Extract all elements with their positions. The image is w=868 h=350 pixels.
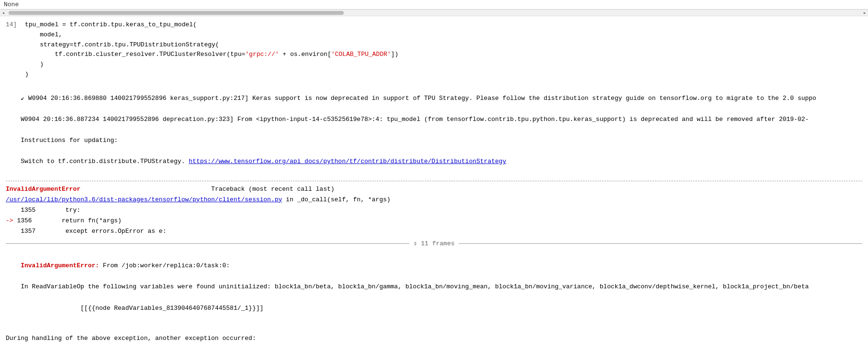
warning-section: ↙ W0904 20:16:36.869880 140021799552896 … [0,82,868,179]
scroll-right-arrow[interactable]: ▸ [863,10,866,16]
code-text-bracket: ]) [391,50,399,60]
code-block: 14] tpu_model = tf.contrib.tpu.keras_to_… [0,18,868,82]
dash-right [459,243,862,244]
warning-icon: ↙ [21,95,24,102]
code-line-14: 14] tpu_model = tf.contrib.tpu.keras_to_… [6,20,862,30]
code-string-grpc: 'grpc://' [245,50,279,60]
code-line-resolver: tf.contrib.cluster_resolver.TPUClusterRe… [6,50,862,60]
horizontal-scrollbar[interactable]: ◂ ▸ [0,10,868,16]
code-line-model: model, [6,30,862,40]
frames-icon: ⇕ [413,240,417,247]
line-num-empty1 [6,30,25,40]
scroll-left-arrow[interactable]: ◂ [2,10,5,16]
line-num-empty5 [6,70,25,80]
code-string-colab: 'COLAB_TPU_ADDR' [331,50,391,60]
code-line-strategy: strategy=tf.contrib.tpu.TPUDistributionS… [6,40,862,50]
error1-title: InvalidArgumentError: [21,262,99,269]
code-text-strategy: strategy=tf.contrib.tpu.TPUDistributionS… [25,40,219,50]
line-num-empty4 [6,60,25,70]
scroll-bar-thumb[interactable] [9,11,344,15]
traceback1-line-1355: 1355 try: [6,205,862,216]
traceback1-line-1357: 1357 except errors.OpError as e: [6,226,862,237]
dash-left [6,243,409,244]
code-text-paren1: ) [25,60,44,70]
code-line-paren1: ) [6,60,862,70]
traceback1-section: InvalidArgumentError Traceback (most rec… [0,183,868,238]
code-text-environ: + os.environ[ [279,50,331,60]
main-content: 14] tpu_model = tf.contrib.tpu.keras_to_… [0,16,868,350]
code-text-14: tpu_model = tf.contrib.tpu.keras_to_tpu_… [25,20,197,30]
code-text-resolver: tf.contrib.cluster_resolver.TPUClusterRe… [25,50,245,60]
traceback-label-1: Traceback (most recent call last) [84,186,335,193]
between-text: During handling of the above exception, … [0,332,868,345]
code-text-paren2: ) [25,70,29,80]
traceback1-header: InvalidArgumentError Traceback (most rec… [6,184,862,195]
line-num-empty3 [6,50,25,60]
divider1 [6,181,862,181]
top-bar: None [0,0,868,10]
code-line-paren2: ) [6,70,862,80]
traceback1-file: /usr/local/lib/python3.6/dist-packages/t… [6,195,862,205]
file-link-1[interactable]: /usr/local/lib/python3.6/dist-packages/t… [6,196,282,203]
line-number-14: 14] [6,20,25,30]
frames-count: 11 frames [421,240,454,247]
distribution-strategy-link[interactable]: https://www.tensorflow.org/api_docs/pyth… [189,158,506,165]
error1-section: InvalidArgumentError: From /job:worker/r… [0,249,868,325]
code-text-model: model, [25,30,62,40]
top-bar-text: None [4,1,19,8]
file-link-suffix-1: in _do_call(self, fn, *args) [286,196,390,203]
frames-bar: ⇕ 11 frames [0,238,868,249]
traceback1-line-1356: -> 1356 return fn(*args) [6,216,862,226]
error-title-1: InvalidArgumentError [6,186,80,193]
line-num-empty2 [6,40,25,50]
